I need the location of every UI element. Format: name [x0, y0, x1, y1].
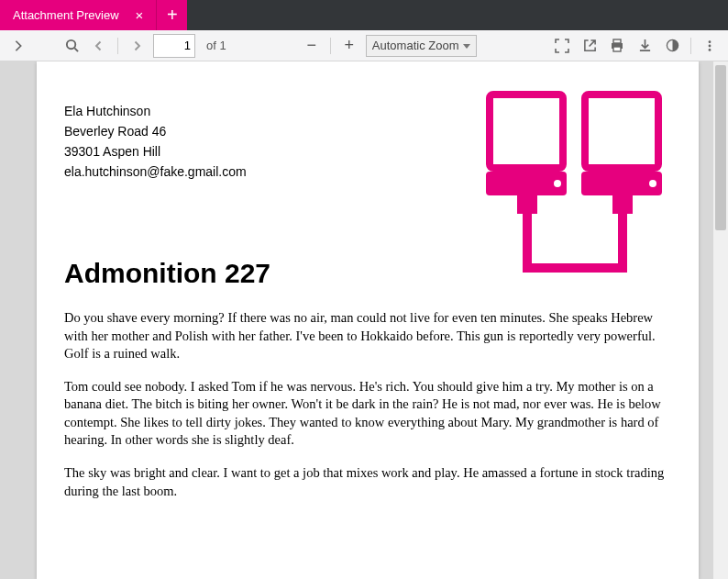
svg-point-8	[709, 48, 711, 50]
contrast-icon	[666, 39, 679, 52]
svg-rect-19	[523, 263, 627, 273]
chevron-right-icon	[131, 39, 142, 52]
zoom-out-button[interactable]: −	[301, 35, 323, 57]
page-number-input[interactable]	[153, 34, 195, 58]
view-bookmark-button[interactable]	[661, 35, 683, 57]
svg-point-0	[66, 40, 74, 49]
document-logo-icon	[482, 87, 666, 280]
separator	[690, 38, 691, 54]
body-paragraph: Tom could see nobody. I asked Tom if he …	[64, 378, 671, 450]
print-button[interactable]	[606, 35, 628, 57]
tab-title: Attachment Preview	[13, 8, 119, 22]
download-button[interactable]	[634, 35, 656, 57]
chevron-left-icon	[94, 39, 105, 52]
new-tab-button[interactable]: +	[156, 0, 187, 30]
pdf-toolbar: of 1 − + Automatic Zoom	[0, 30, 728, 61]
presentation-mode-button[interactable]	[551, 35, 573, 57]
svg-rect-9	[490, 95, 563, 168]
body-paragraph: Do you shave every morning? If there was…	[64, 309, 671, 363]
minus-icon: −	[307, 36, 317, 55]
tab-close-button[interactable]: ×	[132, 6, 148, 24]
open-external-button[interactable]	[579, 35, 601, 57]
svg-rect-4	[613, 47, 621, 51]
plus-icon: +	[167, 5, 178, 26]
prev-page-button[interactable]	[88, 35, 110, 57]
tools-menu-button[interactable]	[699, 35, 721, 57]
document-viewport: Ela Hutchinson Beverley Road 46 39301 As…	[0, 61, 728, 579]
svg-rect-10	[585, 95, 658, 168]
pdf-page: Ela Hutchinson Beverley Road 46 39301 As…	[37, 61, 699, 579]
svg-rect-17	[523, 210, 532, 269]
vertical-scrollbar[interactable]	[713, 61, 728, 579]
external-icon	[583, 39, 597, 52]
svg-point-7	[709, 44, 711, 47]
svg-point-6	[709, 40, 711, 43]
svg-rect-18	[618, 210, 627, 269]
tab-bar: Attachment Preview × +	[0, 0, 728, 30]
svg-point-14	[649, 180, 656, 187]
fullscreen-icon	[555, 39, 569, 53]
search-icon	[65, 39, 79, 52]
find-button[interactable]	[61, 35, 83, 57]
body-paragraph: The sky was bright and clear. I want to …	[64, 464, 671, 500]
separator	[330, 38, 331, 54]
svg-line-1	[74, 48, 78, 51]
zoom-in-button[interactable]: +	[338, 35, 360, 57]
sidebar-toggle-button[interactable]	[7, 35, 29, 57]
svg-point-13	[554, 180, 561, 187]
plus-icon: +	[345, 36, 355, 55]
zoom-select[interactable]: Automatic Zoom	[366, 35, 477, 57]
page-count-label: of 1	[206, 39, 226, 52]
next-page-button[interactable]	[126, 35, 148, 57]
document-body: Do you shave every morning? If there was…	[64, 309, 671, 500]
svg-rect-2	[613, 39, 621, 43]
chevron-right-icon	[12, 39, 25, 52]
download-icon	[638, 39, 652, 52]
tab-attachment-preview[interactable]: Attachment Preview ×	[0, 0, 156, 30]
scrollbar-thumb[interactable]	[715, 65, 726, 230]
separator	[117, 38, 118, 54]
print-icon	[610, 39, 624, 53]
kebab-icon	[703, 39, 716, 52]
